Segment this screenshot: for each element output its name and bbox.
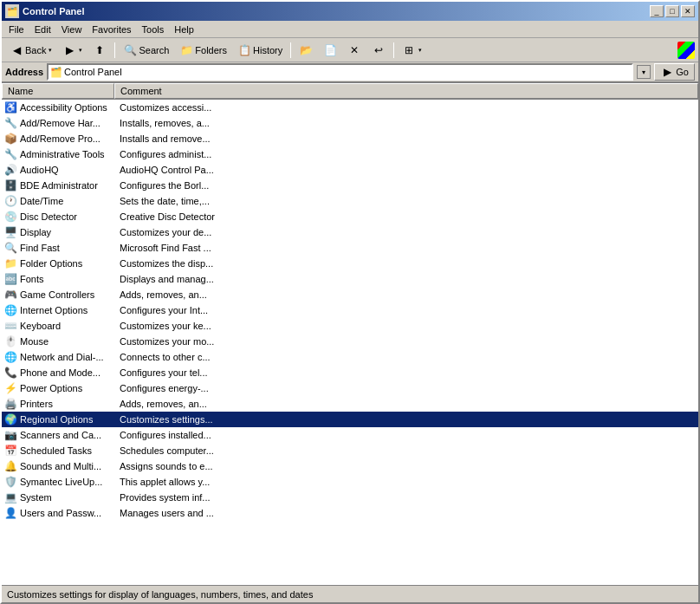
file-icon: ⚡ bbox=[3, 381, 17, 395]
list-item[interactable]: 📅Scheduled TasksSchedules computer... bbox=[2, 443, 698, 458]
file-name-cell: 🔔Sounds and Multi... bbox=[3, 459, 116, 473]
file-comment-text: Configures your tel... bbox=[116, 367, 697, 378]
file-name-text: Date/Time bbox=[20, 196, 63, 206]
col-header-comment[interactable]: Comment bbox=[114, 83, 698, 99]
back-dropdown-arrow: ▾ bbox=[49, 47, 52, 54]
file-name-text: AudioHQ bbox=[20, 165, 59, 175]
list-item[interactable]: 💿Disc DetectorCreative Disc Detector bbox=[2, 209, 698, 224]
menu-edit[interactable]: Edit bbox=[29, 23, 56, 36]
file-name-cell: 🔤Fonts bbox=[3, 272, 116, 286]
move-to-button[interactable]: 📂 bbox=[295, 41, 317, 60]
forward-button[interactable]: ▶ ▾ bbox=[58, 41, 87, 60]
maximize-button[interactable]: □ bbox=[665, 5, 679, 17]
address-dropdown-button[interactable]: ▾ bbox=[637, 65, 651, 79]
menu-favorites[interactable]: Favorites bbox=[87, 23, 136, 36]
column-headers: Name Comment bbox=[2, 83, 698, 100]
list-item[interactable]: 🕐Date/TimeSets the date, time,... bbox=[2, 193, 698, 209]
list-item[interactable]: 🔧Administrative ToolsConfigures administ… bbox=[2, 146, 698, 162]
file-icon: 💻 bbox=[3, 490, 17, 504]
list-item[interactable]: 🔧Add/Remove Har...Installs, removes, a..… bbox=[2, 115, 698, 131]
go-button[interactable]: ▶ Go bbox=[654, 63, 695, 81]
file-comment-text: Installs and remove... bbox=[116, 133, 697, 144]
list-item[interactable]: 📦Add/Remove Pro...Installs and remove... bbox=[2, 131, 698, 146]
back-button[interactable]: ◀ Back ▾ bbox=[5, 41, 56, 60]
list-item[interactable]: 🖨️PrintersAdds, removes, an... bbox=[2, 396, 698, 412]
file-name-cell: 📅Scheduled Tasks bbox=[3, 444, 116, 458]
address-input[interactable]: 🗂️ Control Panel bbox=[47, 63, 633, 81]
list-item[interactable]: ⌨️KeyboardCustomizes your ke... bbox=[2, 318, 698, 334]
file-icon: 🕐 bbox=[3, 194, 17, 208]
file-comment-text: Customizes your ke... bbox=[116, 321, 697, 331]
list-item[interactable]: 👤Users and Passw...Manages users and ... bbox=[2, 505, 698, 521]
views-button[interactable]: ⊞ ▾ bbox=[398, 41, 426, 60]
title-buttons: _ □ ✕ bbox=[650, 5, 695, 17]
list-item[interactable]: 🗄️BDE AdministratorConfigures the Borl..… bbox=[2, 178, 698, 193]
list-item[interactable]: 🔤FontsDisplays and manag... bbox=[2, 271, 698, 287]
col-header-name[interactable]: Name bbox=[2, 83, 114, 99]
file-comment-text: Configures administ... bbox=[116, 149, 697, 159]
address-bar: Address 🗂️ Control Panel ▾ ▶ Go bbox=[2, 62, 698, 83]
file-icon: 🖨️ bbox=[3, 397, 17, 411]
file-comment-text: Customizes your mo... bbox=[116, 336, 697, 347]
list-item[interactable]: 🌍Regional OptionsCustomizes settings... bbox=[2, 412, 698, 427]
file-comment-text: Configures your Int... bbox=[116, 305, 697, 315]
file-name-text: Administrative Tools bbox=[20, 149, 105, 159]
folders-button[interactable]: 📁 Folders bbox=[175, 41, 231, 60]
copy-to-button[interactable]: 📄 bbox=[319, 41, 341, 60]
list-item[interactable]: 🛡️Symantec LiveUp...This applet allows y… bbox=[2, 474, 698, 490]
search-button[interactable]: 🔍 Search bbox=[119, 41, 173, 60]
views-dropdown-arrow: ▾ bbox=[418, 47, 422, 54]
up-icon: ⬆ bbox=[93, 43, 107, 57]
undo-button[interactable]: ↩ bbox=[367, 41, 390, 60]
file-name-cell: 🛡️Symantec LiveUp... bbox=[3, 475, 116, 489]
file-comment-text: Installs, removes, a... bbox=[116, 118, 697, 128]
file-name-cell: 🌍Regional Options bbox=[3, 412, 116, 426]
file-name-text: Sounds and Multi... bbox=[20, 461, 101, 471]
file-icon: 👤 bbox=[3, 506, 17, 520]
list-item[interactable]: 📞Phone and Mode...Configures your tel... bbox=[2, 365, 698, 380]
list-item[interactable]: 🌐Internet OptionsConfigures your Int... bbox=[2, 302, 698, 318]
list-item[interactable]: 🔍Find FastMicrosoft Find Fast ... bbox=[2, 240, 698, 256]
go-label: Go bbox=[676, 67, 689, 77]
file-comment-text: Customizes the disp... bbox=[116, 258, 697, 269]
list-item[interactable]: 🎮Game ControllersAdds, removes, an... bbox=[2, 287, 698, 302]
toolbar: ◀ Back ▾ ▶ ▾ ⬆ 🔍 Search 📁 Folders 📋 Hist… bbox=[2, 38, 698, 62]
file-name-cell: 🌐Internet Options bbox=[3, 303, 116, 317]
file-icon: 🌍 bbox=[3, 412, 17, 426]
list-item[interactable]: ♿Accessibility OptionsCustomizes accessi… bbox=[2, 100, 698, 115]
list-item[interactable]: 🖥️DisplayCustomizes your de... bbox=[2, 224, 698, 240]
menu-help[interactable]: Help bbox=[169, 23, 199, 36]
up-button[interactable]: ⬆ bbox=[88, 41, 111, 60]
delete-icon: ✕ bbox=[347, 43, 361, 57]
file-name-cell: 🔍Find Fast bbox=[3, 241, 116, 255]
delete-button[interactable]: ✕ bbox=[343, 41, 366, 60]
menu-view[interactable]: View bbox=[56, 23, 88, 36]
forward-dropdown-arrow: ▾ bbox=[79, 47, 82, 54]
list-item[interactable]: 🌐Network and Dial-...Connects to other c… bbox=[2, 349, 698, 365]
file-name-cell: 💿Disc Detector bbox=[3, 210, 116, 224]
file-icon: 🔊 bbox=[3, 163, 17, 177]
file-icon: 🗄️ bbox=[3, 179, 17, 192]
history-button[interactable]: 📋 History bbox=[233, 41, 287, 60]
file-icon: 📅 bbox=[3, 444, 17, 458]
list-item[interactable]: ⚡Power OptionsConfigures energy-... bbox=[2, 380, 698, 396]
file-name-cell: ⌨️Keyboard bbox=[3, 319, 116, 333]
list-item[interactable]: 🔔Sounds and Multi...Assigns sounds to e.… bbox=[2, 458, 698, 474]
list-item[interactable]: 🔊AudioHQAudioHQ Control Pa... bbox=[2, 162, 698, 178]
menu-tools[interactable]: Tools bbox=[137, 23, 170, 36]
file-comment-text: AudioHQ Control Pa... bbox=[116, 165, 697, 175]
windows-logo bbox=[677, 42, 695, 59]
menu-file[interactable]: File bbox=[3, 23, 29, 36]
list-item[interactable]: 📁Folder OptionsCustomizes the disp... bbox=[2, 256, 698, 271]
file-icon: 🔧 bbox=[3, 116, 17, 130]
minimize-button[interactable]: _ bbox=[650, 5, 664, 17]
close-button[interactable]: ✕ bbox=[681, 5, 695, 17]
file-name-text: Users and Passw... bbox=[20, 508, 101, 518]
file-name-text: Internet Options bbox=[20, 305, 88, 315]
main-content: Name Comment ♿Accessibility OptionsCusto… bbox=[2, 83, 698, 585]
file-name-cell: 🔧Administrative Tools bbox=[3, 147, 116, 161]
file-name-cell: 📁Folder Options bbox=[3, 257, 116, 270]
list-item[interactable]: 💻SystemProvides system inf... bbox=[2, 490, 698, 505]
list-item[interactable]: 📷Scanners and Ca...Configures installed.… bbox=[2, 427, 698, 443]
list-item[interactable]: 🖱️MouseCustomizes your mo... bbox=[2, 334, 698, 349]
